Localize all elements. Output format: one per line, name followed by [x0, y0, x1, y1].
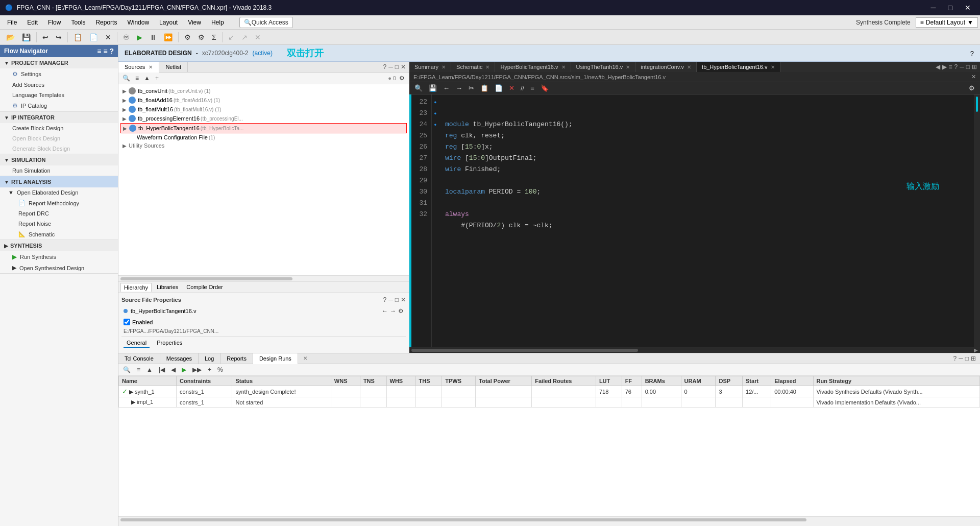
minimize-button[interactable]: ─ [927, 3, 940, 13]
sources-help-icon[interactable]: ? [383, 63, 387, 70]
menu-view[interactable]: View [183, 17, 206, 28]
tree-item-floatmult[interactable]: ▶ tb_floatMult16 (tb_floatMult16.v) (1) [120, 105, 407, 114]
menu-reports[interactable]: Reports [90, 17, 122, 28]
sources-hscrollbar[interactable] [118, 275, 409, 281]
toolbar-arrow-left[interactable]: ↙ [225, 32, 237, 43]
toolbar-copy[interactable]: 📋 [70, 32, 85, 43]
nav-section-rtl-header[interactable]: ▼ RTL ANALYSIS [0, 176, 118, 187]
bottom-hscrollbar[interactable] [118, 516, 980, 522]
code-settings-btn[interactable]: ⚙ [967, 83, 977, 93]
col-brams[interactable]: BRAMs [642, 376, 681, 386]
code-tab-schematic[interactable]: Schematic ✕ [451, 62, 495, 72]
sources-close-icon2[interactable]: ✕ [401, 63, 406, 70]
tab-tcl-console[interactable]: Tcl Console [118, 353, 160, 364]
tab-next-icon[interactable]: ▶ [942, 63, 947, 70]
nav-run-synthesis[interactable]: ▶ Run Synthesis [0, 251, 118, 262]
toolbar-settings[interactable]: ⚙ [181, 32, 194, 43]
toolbar-undo[interactable]: ↩ [39, 32, 52, 43]
dr-collapse[interactable]: ▲ [144, 365, 155, 374]
code-hscrollbar[interactable]: ▶ [409, 347, 980, 353]
menu-help[interactable]: Help [206, 17, 229, 28]
sources-collapse[interactable]: ▲ [142, 74, 152, 83]
dr-percent[interactable]: % [215, 365, 226, 374]
nav-add-sources[interactable]: Add Sources [0, 80, 118, 90]
sources-settings[interactable]: ⚙ [397, 74, 407, 83]
sub-tab-hierarchy[interactable]: Hierarchy [120, 283, 152, 292]
sfp-settings[interactable]: ⚙ [398, 307, 404, 315]
bottom-help-icon[interactable]: ? [953, 355, 957, 362]
nav-schematic[interactable]: 📐 Schematic [0, 229, 118, 240]
tree-item-waveform[interactable]: Waveform Configuration File (1) [120, 133, 407, 141]
code-paste-btn[interactable]: 📄 [493, 83, 505, 93]
sfp-close[interactable]: ✕ [401, 296, 406, 303]
toolbar-save[interactable]: 💾 [19, 32, 34, 43]
nav-open-elab[interactable]: ▼ Open Elaborated Design [0, 187, 118, 198]
sfp-enabled-checkbox[interactable] [124, 319, 130, 325]
nav-report-noise[interactable]: Report Noise [0, 219, 118, 229]
tab-design-runs[interactable]: Design Runs [253, 353, 298, 364]
sfp-help[interactable]: ? [383, 296, 387, 303]
sources-search[interactable]: 🔍 [120, 74, 132, 83]
sub-tab-compile[interactable]: Compile Order [183, 283, 226, 292]
code-tab-using[interactable]: UsingTheTanh16.v ✕ [571, 62, 636, 72]
nav-section-sim-header[interactable]: ▼ SIMULATION [0, 154, 118, 165]
col-ths[interactable]: THS [415, 376, 442, 386]
code-min-icon[interactable]: ─ [960, 63, 964, 70]
restore-button[interactable]: □ [944, 3, 957, 13]
code-comment-btn[interactable]: // [519, 83, 526, 93]
bottom-fullscreen-icon[interactable]: ⊞ [971, 355, 976, 362]
tab-prev-icon[interactable]: ◀ [936, 63, 940, 70]
code-uncomment-btn[interactable]: ≡ [528, 83, 536, 93]
elab-help[interactable]: ? [970, 50, 974, 57]
col-constraints[interactable]: Constraints [177, 376, 232, 386]
toolbar-x[interactable]: ✕ [252, 32, 264, 43]
col-whs[interactable]: WHS [386, 376, 415, 386]
nav-language-templates[interactable]: Language Templates [0, 90, 118, 100]
nav-ip-catalog[interactable]: ⚙ IP Catalog [0, 100, 118, 111]
tab-log[interactable]: Log [199, 353, 220, 364]
toolbar-delete[interactable]: ✕ [102, 32, 114, 43]
tb-hyperbolic-close-icon[interactable]: ✕ [771, 64, 775, 70]
bottom-min-icon[interactable]: ─ [959, 355, 963, 362]
code-fullscreen-icon[interactable]: ⊞ [972, 63, 977, 70]
table-row[interactable]: ▶ impl_1 constrs_1 Not started [119, 397, 980, 408]
menu-tools[interactable]: Tools [66, 17, 90, 28]
sources-filter[interactable]: ≡ [133, 74, 141, 83]
tab-messages[interactable]: Messages [160, 353, 199, 364]
toolbar-pause[interactable]: ⏸ [146, 32, 160, 43]
code-delete-btn[interactable]: ✕ [507, 83, 517, 93]
code-forward-btn[interactable]: → [454, 83, 464, 93]
col-elapsed[interactable]: Elapsed [771, 376, 813, 386]
summary-close-icon[interactable]: ✕ [442, 64, 446, 70]
sfp-max[interactable]: □ [395, 296, 399, 303]
tab-list-icon[interactable]: ≡ [949, 63, 952, 70]
toolbar-redo[interactable]: ↪ [53, 32, 65, 43]
menu-file[interactable]: File [2, 17, 22, 28]
dr-prev[interactable]: ◀ [168, 365, 178, 374]
sfp-tab-general[interactable]: General [124, 339, 150, 348]
col-failed-routes[interactable]: Failed Routes [532, 376, 596, 386]
code-tab-summary[interactable]: Summary ✕ [409, 62, 451, 72]
col-name[interactable]: Name [119, 376, 177, 386]
table-row[interactable]: ✓ ▶ synth_1 constrs_1 synth_design Compl… [119, 386, 980, 397]
toolbar-sigma[interactable]: Σ [209, 32, 219, 43]
col-start[interactable]: Start [743, 376, 771, 386]
sources-max-icon[interactable]: □ [395, 63, 399, 70]
menu-layout[interactable]: Layout [154, 17, 183, 28]
nav-section-synth-header[interactable]: ▶ SYNTHESIS [0, 240, 118, 251]
toolbar-loop[interactable]: ♾ [120, 32, 133, 43]
dr-next[interactable]: ▶▶ [190, 365, 204, 374]
nav-settings[interactable]: ⚙ Settings [0, 68, 118, 80]
integration-close-icon[interactable]: ✕ [687, 64, 691, 70]
code-save-btn[interactable]: 💾 [427, 83, 439, 93]
toolbar-arrow-right[interactable]: ↗ [238, 32, 251, 43]
dr-first[interactable]: |◀ [156, 365, 167, 374]
bottom-max-icon[interactable]: □ [965, 355, 969, 362]
editor-right-scrollbar[interactable] [974, 94, 980, 347]
sub-tab-libraries[interactable]: Libraries [154, 283, 181, 292]
menu-edit[interactable]: Edit [22, 17, 43, 28]
tree-item-processing[interactable]: ▶ tb_processingElement16 (tb_processingE… [120, 114, 407, 123]
code-tab-tb-hyperbolic[interactable]: tb_HyperBolicTangent16.v ✕ [697, 62, 780, 72]
tree-item-hyperbolic[interactable]: ▶ tb_HyperBolicTangent16 (tb_HyperBolicT… [120, 123, 407, 133]
bottom-tab-close-icon[interactable]: ✕ [300, 353, 310, 364]
